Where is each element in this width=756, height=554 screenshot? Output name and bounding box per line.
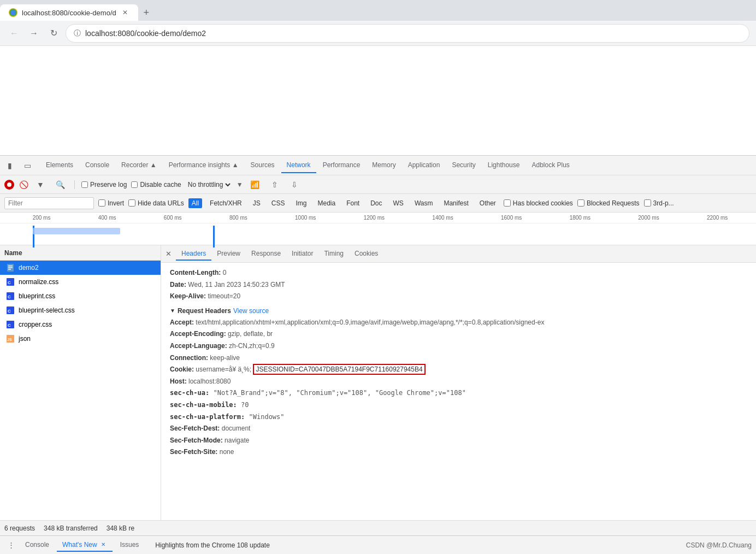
devtools-tab-bar: ▮ ▭ Elements Console Recorder ▲ Performa…	[0, 156, 756, 175]
tab-network[interactable]: Network	[281, 158, 316, 173]
inspect-element-icon[interactable]: ▮	[2, 158, 17, 173]
svg-rect-2	[8, 267, 13, 268]
download-icon[interactable]: ⇩	[287, 177, 302, 192]
filter-type-wasm[interactable]: Wasm	[411, 198, 436, 208]
detail-tab-response[interactable]: Response	[246, 247, 286, 261]
file-name-json: json	[19, 335, 31, 343]
filter-type-fetch-xhr[interactable]: Fetch/XHR	[206, 198, 245, 208]
bottom-tab-bar: ⋮ Console What's New ✕ Issues Highlights…	[0, 535, 756, 554]
connection-row: Connection: keep-alive	[170, 352, 747, 364]
upload-icon[interactable]: ⇧	[267, 177, 282, 192]
filter-type-js[interactable]: JS	[250, 198, 264, 208]
forward-button[interactable]: →	[26, 26, 42, 41]
file-list-header: Name	[0, 245, 161, 261]
content-length-row: Content-Length: 0	[170, 267, 747, 279]
tab-recorder[interactable]: Recorder ▲	[116, 158, 162, 173]
device-toolbar-icon[interactable]: ▭	[20, 158, 35, 173]
tab-performance-insights[interactable]: Performance insights ▲	[163, 158, 244, 173]
hide-data-urls-checkbox[interactable]: Hide data URLs	[128, 199, 184, 207]
mark-2200: 2200 ms	[707, 215, 728, 221]
timeline-ruler: 200 ms 400 ms 600 ms 800 ms 1000 ms 1200…	[0, 213, 756, 223]
filter-type-doc[interactable]: Doc	[367, 198, 385, 208]
address-bar[interactable]: ⓘ localhost:8080/cookie-demo/demo2	[66, 24, 749, 43]
detail-panel: ✕ Headers Preview Response Initiator Tim…	[161, 245, 756, 520]
tab-security[interactable]: Security	[446, 158, 481, 173]
invert-checkbox[interactable]: Invert	[98, 199, 124, 207]
watermark: CSDN @Mr.D.Chuang	[686, 541, 752, 549]
cookie-row: Cookie: username=å¥ ä¸%; JSESSIONID=CA70…	[170, 364, 747, 376]
disable-cache-checkbox[interactable]: Disable cache	[131, 181, 181, 188]
three-dots-menu[interactable]: ⋮	[4, 539, 17, 552]
detail-tab-timing[interactable]: Timing	[318, 247, 349, 261]
filter-icon[interactable]: ▼	[33, 177, 48, 192]
svg-rect-1	[8, 266, 13, 267]
throttle-select[interactable]: No throttling Fast 3G Slow 3G	[186, 180, 232, 189]
whats-new-close-button[interactable]: ✕	[99, 541, 107, 549]
headers-content: Content-Length: 0 Date: Wed, 11 Jan 2023…	[161, 263, 756, 463]
svg-text:C: C	[8, 294, 11, 299]
filter-type-font[interactable]: Font	[343, 198, 363, 208]
requests-count: 6 requests	[4, 524, 35, 532]
tab-elements[interactable]: Elements	[40, 158, 79, 173]
session-id-highlight: JSESSIONID=CA70047DBB5A7194F9C7116092794…	[253, 364, 425, 375]
reload-button[interactable]: ↻	[46, 26, 61, 41]
detail-tab-cookies[interactable]: Cookies	[349, 247, 383, 261]
devtools-panel: ▮ ▭ Elements Console Recorder ▲ Performa…	[0, 155, 756, 554]
tab-title: localhost:8080/cookie-demo/d	[22, 9, 116, 17]
file-item-json[interactable]: JS json	[0, 332, 161, 346]
sec-fetch-dest-row: Sec-Fetch-Dest: document	[170, 423, 747, 435]
has-blocked-cookies-checkbox[interactable]: Has blocked cookies	[504, 199, 573, 207]
wifi-icon[interactable]: 📶	[247, 177, 263, 192]
preserve-log-input[interactable]	[81, 181, 88, 188]
preserve-log-checkbox[interactable]: Preserve log	[81, 181, 127, 188]
file-list: Name demo2 C normalize.css C	[0, 245, 161, 520]
view-source-link[interactable]: View source	[233, 307, 269, 315]
third-party-checkbox[interactable]: 3rd-p...	[644, 199, 674, 207]
svg-text:C: C	[8, 280, 11, 285]
close-detail-button[interactable]: ✕	[166, 250, 172, 258]
file-name-cropper: cropper.css	[19, 321, 52, 328]
file-item-normalize[interactable]: C normalize.css	[0, 275, 161, 289]
mark-1400: 1400 ms	[432, 215, 453, 221]
browser-window: localhost:8080/cookie-demo/d ✕ + ← → ↻ ⓘ…	[0, 0, 756, 554]
file-item-blueprint[interactable]: C blueprint.css	[0, 289, 161, 303]
filter-type-css[interactable]: CSS	[268, 198, 288, 208]
tab-performance[interactable]: Performance	[317, 158, 366, 173]
file-item-cropper[interactable]: C cropper.css	[0, 317, 161, 332]
search-icon[interactable]: 🔍	[52, 177, 68, 192]
tab-memory[interactable]: Memory	[367, 158, 401, 173]
tab-adblock[interactable]: Adblock Plus	[526, 158, 575, 173]
filter-type-all[interactable]: All	[188, 198, 202, 208]
back-button[interactable]: ←	[7, 26, 22, 41]
main-area: Name demo2 C normalize.css C	[0, 245, 756, 520]
bottom-tab-console[interactable]: Console	[20, 539, 55, 552]
detail-tab-initiator[interactable]: Initiator	[286, 247, 318, 261]
filter-type-other[interactable]: Other	[476, 198, 499, 208]
bottom-tab-issues[interactable]: Issues	[115, 539, 145, 552]
tab-application[interactable]: Application	[403, 158, 446, 173]
file-icon-page	[7, 264, 14, 272]
disable-cache-input[interactable]	[131, 181, 138, 188]
tab-console[interactable]: Console	[80, 158, 115, 173]
file-item-blueprint-select[interactable]: C blueprint-select.css	[0, 303, 161, 317]
filter-type-media[interactable]: Media	[314, 198, 339, 208]
filter-type-ws[interactable]: WS	[390, 198, 407, 208]
blocked-requests-checkbox[interactable]: Blocked Requests	[577, 199, 640, 207]
browser-tab[interactable]: localhost:8080/cookie-demo/d ✕	[0, 4, 138, 21]
transferred-size: 348 kB transferred	[44, 524, 98, 532]
detail-tab-preview[interactable]: Preview	[211, 247, 246, 261]
filter-type-img[interactable]: Img	[292, 198, 310, 208]
filter-type-manifest[interactable]: Manifest	[440, 198, 471, 208]
detail-tab-headers[interactable]: Headers	[176, 247, 211, 261]
date-row: Date: Wed, 11 Jan 2023 14:50:23 GMT	[170, 279, 747, 291]
record-button[interactable]	[4, 180, 14, 190]
svg-rect-3	[8, 269, 11, 270]
tab-close-button[interactable]: ✕	[121, 8, 129, 17]
tab-lighthouse[interactable]: Lighthouse	[482, 158, 525, 173]
tab-sources[interactable]: Sources	[245, 158, 280, 173]
file-item-demo2[interactable]: demo2	[0, 261, 161, 275]
bottom-tab-whats-new[interactable]: What's New ✕	[57, 539, 113, 552]
new-tab-button[interactable]: +	[138, 4, 155, 21]
clear-log-button[interactable]: 🚫	[19, 180, 28, 190]
filter-input[interactable]	[4, 197, 94, 209]
